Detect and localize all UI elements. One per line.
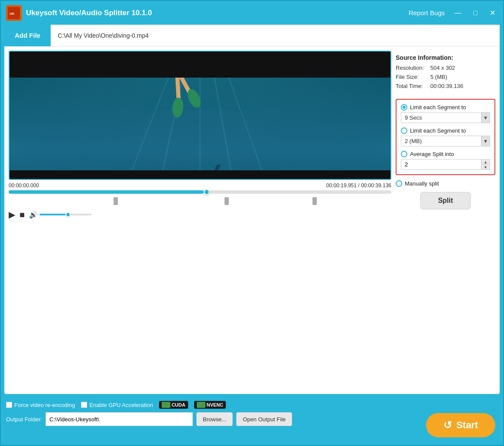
split-marker-3[interactable] [312,197,317,205]
limit-mb-input[interactable] [401,136,481,146]
source-info-title: Source Information: [396,54,495,61]
volume-area: 🔊 [29,211,91,219]
cuda-badge: CUDA [159,401,188,409]
manual-split-area: Manually split Split [396,179,495,211]
play-button[interactable]: ▶ [9,209,15,220]
option-average-label-row[interactable]: Average Split into [401,151,490,157]
browse-button[interactable]: Browse... [196,412,233,426]
gpu-accel-checkbox[interactable] [81,402,87,408]
open-output-button[interactable]: Open Output File [236,412,292,426]
split-markers [9,197,391,205]
video-container: 00:00:00.000 00:00:19.951 / 00:00:39.136… [9,51,391,222]
video-dark-bottom [10,170,390,179]
report-bugs-link[interactable]: Report Bugs [409,9,445,16]
spinner-down-button[interactable]: ▼ [481,165,490,169]
manually-split-label: Manually split [405,180,439,187]
volume-slider[interactable] [39,214,91,215]
force-reencoding-checkbox[interactable] [6,402,12,408]
totaltime-label: Total Time: [396,83,430,89]
playback-controls: ▶ ■ 🔊 [9,208,391,222]
volume-fill [39,214,68,215]
average-split-spinner-row: ▲ ▼ [401,159,490,170]
timeline-progress [9,190,204,194]
start-icon: ↺ [443,419,452,431]
spinner-buttons: ▲ ▼ [481,159,490,170]
options-box: Limit each Segment to ▼ Limit each Segme… [396,99,495,175]
video-preview [10,52,390,179]
average-split-input[interactable] [401,159,481,170]
timeline-thumb[interactable] [204,189,210,195]
video-panel [9,51,391,180]
force-reencoding-item: Force video re-encoding [6,402,75,408]
limit-mb-dropdown-arrow[interactable]: ▼ [481,136,490,146]
output-folder-input[interactable] [46,412,193,426]
volume-icon: 🔊 [29,211,38,219]
info-row-resolution: Resolution: 504 x 302 [396,65,495,71]
time-current: 00:00:19.951 / 00:00:39.136 [326,182,391,189]
stop-button[interactable]: ■ [20,210,25,220]
radio-limit-secs[interactable] [401,104,407,111]
source-info: Source Information: Resolution: 504 x 30… [396,51,495,95]
gpu-accel-item: Enable GPU Acceleration [81,402,153,408]
start-button[interactable]: ↺ Start [426,413,495,437]
filesize-value: 5 (MB) [430,74,447,80]
filesize-label: File Size: [396,74,430,80]
option-limit-secs: Limit each Segment to ▼ [401,104,490,123]
split-button[interactable]: Split [420,192,471,209]
close-button[interactable]: ✕ [487,9,498,17]
minimize-button[interactable]: — [452,9,464,17]
start-label: Start [456,420,478,431]
main-area: Add File C:\All My Video\One\diving-0.mp… [4,25,500,394]
split-marker-1[interactable] [114,197,118,205]
output-row: Output Folder: Browse... Open Output Fil… [6,412,498,426]
option-limit-secs-label-row[interactable]: Limit each Segment to [401,104,490,111]
info-row-totaltime: Total Time: 00:00:39.136 [396,83,495,89]
nvenc-icon [197,402,205,408]
checkbox-row: Force video re-encoding Enable GPU Accel… [6,401,498,409]
app-logo: UK [6,5,22,21]
resolution-value: 504 x 302 [430,65,455,71]
time-start: 00:00:00.000 [9,182,39,189]
split-marker-2[interactable] [224,197,229,205]
limit-mb-label: Limit each Segment to [410,127,466,134]
spinner-up-button[interactable]: ▲ [481,160,490,165]
limit-secs-dropdown-row: ▼ [401,112,490,123]
radio-average-split[interactable] [401,151,407,157]
file-path: C:\All My Video\One\diving-0.mp4 [51,32,149,39]
option-average-split: Average Split into ▲ ▼ [401,151,490,170]
option-limit-mb-label-row[interactable]: Limit each Segment to [401,127,490,134]
content-row: 00:00:00.000 00:00:19.951 / 00:00:39.136… [4,46,500,222]
volume-thumb[interactable] [65,212,71,217]
radio-manually-split[interactable] [396,180,402,187]
title-controls: Report Bugs — □ ✕ [409,9,498,17]
limit-mb-dropdown-row: ▼ [401,136,490,146]
option-limit-mb: Limit each Segment to ▼ [401,127,490,146]
gpu-accel-label: Enable GPU Acceleration [89,402,153,408]
totaltime-value: 00:00:39.136 [430,83,463,89]
video-dark-top [10,52,390,80]
title-bar: UK Ukeysoft Video/Audio Splitter 10.1.0 … [1,1,503,25]
timeline-track[interactable] [9,190,391,194]
nvenc-badge: NVENC [194,401,226,409]
svg-text:UK: UK [10,12,15,16]
manually-split-label-row[interactable]: Manually split [396,180,495,187]
nvenc-label: NVENC [207,402,224,407]
force-reencoding-label: Force video re-encoding [14,402,75,408]
top-bar: Add File C:\All My Video\One\diving-0.mp… [4,25,500,46]
app-title: Ukeysoft Video/Audio Splitter 10.1.0 [26,9,152,17]
limit-secs-dropdown-arrow[interactable]: ▼ [481,112,490,123]
info-row-filesize: File Size: 5 (MB) [396,74,495,80]
time-labels: 00:00:00.000 00:00:19.951 / 00:00:39.136 [9,182,391,189]
output-folder-label: Output Folder: [6,416,42,423]
add-file-button[interactable]: Add File [4,25,51,46]
right-panel: Source Information: Resolution: 504 x 30… [396,51,495,222]
timeline-area: 00:00:00.000 00:00:19.951 / 00:00:39.136… [9,180,391,222]
maximize-button[interactable]: □ [471,9,480,17]
average-split-label: Average Split into [410,151,454,157]
cuda-icon [162,402,170,408]
resolution-label: Resolution: [396,65,430,71]
radio-limit-mb[interactable] [401,127,407,134]
cuda-label: CUDA [172,402,185,407]
limit-secs-input[interactable] [401,112,481,123]
video-scene [10,78,390,170]
